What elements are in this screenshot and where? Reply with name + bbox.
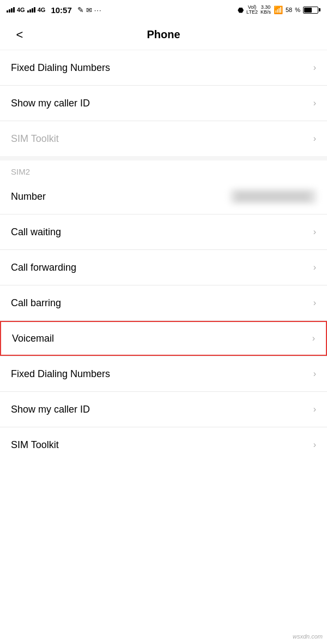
status-left: 4G 4G 10:57 ✎ ✉ ··· [7,5,102,15]
number-item[interactable]: Number ██████████ [0,179,327,214]
show-caller-id-1-label: Show my caller ID [11,98,90,109]
fixed-dialing-2-label: Fixed Dialing Numbers [11,368,110,380]
status-bar: 4G 4G 10:57 ✎ ✉ ··· ⬣ Vol)LTE2 3.30KB/s … [0,0,327,20]
sim-toolkit-1-item[interactable]: SIM Toolkit › [0,121,327,156]
bluetooth-icon: ⬣ [238,6,244,14]
sim2-network-label: 4G [38,7,46,13]
volte-label: Vol)LTE2 [246,5,258,15]
number-label: Number [11,191,46,202]
call-barring-item[interactable]: Call barring › [0,285,327,320]
speed-label: 3.30KB/s [261,5,271,15]
voicemail-item[interactable]: Voicemail › [0,321,327,356]
chevron-right-icon: › [313,369,316,379]
sim-toolkit-2-item[interactable]: SIM Toolkit › [0,427,327,462]
call-waiting-label: Call waiting [11,226,61,238]
back-button[interactable]: < [9,24,31,46]
chevron-right-icon: › [313,98,316,108]
sim1-network-label: 4G [17,7,25,13]
number-value: ██████████ [231,189,316,204]
app-header: < Phone [0,20,327,50]
chevron-right-icon: › [313,227,316,237]
chevron-right-icon: › [313,134,316,144]
call-waiting-item[interactable]: Call waiting › [0,214,327,249]
fixed-dialing-1-item[interactable]: Fixed Dialing Numbers › [0,50,327,85]
chevron-right-icon: › [313,63,316,73]
chevron-right-icon: › [313,440,316,450]
more-icon: ··· [94,6,102,14]
call-forwarding-label: Call forwarding [11,262,76,273]
sim2-section-header: SIM2 [0,160,327,179]
chevron-right-icon: › [312,333,315,343]
message-icon: ✉ [86,6,92,14]
battery-icon [303,7,320,14]
chevron-right-icon: › [313,263,316,272]
sim-toolkit-2-label: SIM Toolkit [11,439,59,451]
status-time: 10:57 [51,5,71,15]
section-divider [0,156,327,160]
fixed-dialing-1-label: Fixed Dialing Numbers [11,62,110,74]
battery-percent-sign: % [295,7,300,13]
voicemail-label: Voicemail [12,333,54,344]
show-caller-id-2-item[interactable]: Show my caller ID › [0,392,327,427]
chevron-right-icon: › [313,298,316,308]
sim-toolkit-1-label: SIM Toolkit [11,133,59,145]
fixed-dialing-2-item[interactable]: Fixed Dialing Numbers › [0,356,327,391]
chevron-right-icon: › [313,404,316,414]
call-forwarding-item[interactable]: Call forwarding › [0,250,327,285]
sim2-label: SIM2 [11,167,30,176]
call-barring-label: Call barring [11,297,61,309]
wifi-icon: 📶 [274,5,283,14]
battery-percent: 58 [286,7,292,13]
page-title: Phone [31,28,296,41]
signal-1-icon [7,7,15,13]
watermark: wsxdn.com [293,633,323,640]
signal-2-icon [27,7,35,13]
show-caller-id-2-label: Show my caller ID [11,404,90,415]
edit-icon: ✎ [77,5,84,14]
show-caller-id-1-item[interactable]: Show my caller ID › [0,86,327,121]
status-right: ⬣ Vol)LTE2 3.30KB/s 📶 58% [238,5,320,15]
